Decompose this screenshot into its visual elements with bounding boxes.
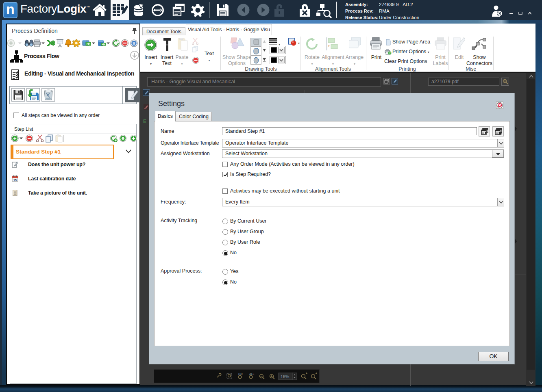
svg-text:?: ?	[389, 52, 391, 54]
svg-text:ALL: ALL	[249, 373, 255, 375]
svg-text:16%: 16%	[281, 374, 289, 379]
svg-text:15: 15	[13, 179, 17, 182]
svg-text:100: 100	[238, 373, 243, 375]
